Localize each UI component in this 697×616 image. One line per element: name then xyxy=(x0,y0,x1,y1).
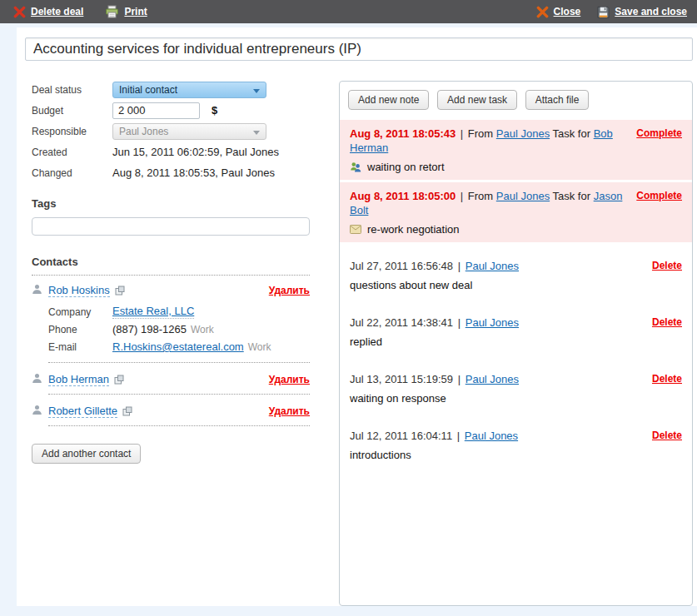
tags-input[interactable] xyxy=(32,217,310,236)
budget-row: Budget $ xyxy=(32,100,310,121)
created-row: Created Jun 15, 2011 06:02:59, Paul Jone… xyxy=(32,142,310,162)
note-text: introductions xyxy=(350,449,411,461)
save-and-close-link[interactable]: Save and close xyxy=(615,6,687,17)
changed-value: Aug 8, 2011 18:05:53, Paul Jones xyxy=(112,166,275,179)
note-text: replied xyxy=(350,335,382,348)
add-new-note-button[interactable]: Add new note xyxy=(348,90,429,110)
save-icon[interactable] xyxy=(597,6,610,18)
tags-heading: Tags xyxy=(32,197,310,210)
deal-status-dropdown[interactable]: Initial contact xyxy=(112,82,266,98)
attach-file-button[interactable]: Attach file xyxy=(525,90,590,110)
toolbar-left-group: Delete deal Print xyxy=(13,5,164,18)
note-row: Delete Jul 13, 2011 15:19:59 | Paul Jone… xyxy=(340,365,692,411)
contact-card: Robert Gillette Удалить xyxy=(32,396,310,428)
dotted-separator xyxy=(48,394,310,395)
budget-input[interactable] xyxy=(112,102,200,119)
responsible-value: Paul Jones xyxy=(119,126,168,137)
task-author-link[interactable]: Paul Jones xyxy=(496,127,550,140)
close-icon[interactable] xyxy=(536,6,549,18)
task-for-label: Task for xyxy=(553,190,591,202)
company-link[interactable]: Estate Real, LLC xyxy=(112,305,194,317)
contact-name-link[interactable]: Rob Hoskins xyxy=(48,284,110,297)
phone-value: (887) 198-1265 xyxy=(112,323,187,335)
separator: | xyxy=(461,190,463,202)
email-link[interactable]: R.Hoskins@estatereal.com xyxy=(112,340,244,353)
close-link[interactable]: Close xyxy=(554,6,581,17)
contact-name-link[interactable]: Bob Herman xyxy=(48,373,109,386)
deal-status-label: Deal status xyxy=(32,84,112,96)
responsible-dropdown[interactable]: Paul Jones xyxy=(112,123,266,140)
note-timestamp: Jul 27, 2011 16:56:48 xyxy=(350,260,453,272)
add-new-task-button[interactable]: Add new task xyxy=(437,90,517,110)
task-text: re-work negotiation xyxy=(367,223,460,236)
contact-card: Bob Herman Удалить xyxy=(32,365,310,396)
note-delete-link[interactable]: Delete xyxy=(652,259,682,273)
phone-type: Work xyxy=(191,324,214,335)
phone-label: Phone xyxy=(48,324,112,335)
task-complete-link[interactable]: Complete xyxy=(636,127,682,141)
deal-status-value: Initial contact xyxy=(119,84,177,96)
note-timestamp: Jul 12, 2011 16:04:11 xyxy=(350,430,452,442)
open-contact-card-icon[interactable] xyxy=(114,375,124,385)
delete-deal-link[interactable]: Delete deal xyxy=(31,6,83,17)
created-label: Created xyxy=(32,147,112,158)
responsible-label: Responsible xyxy=(32,126,112,137)
contact-remove-link[interactable]: Удалить xyxy=(269,374,310,385)
note-author-link[interactable]: Paul Jones xyxy=(465,316,519,329)
email-row: E-mail R.Hoskins@estatereal.com Work xyxy=(48,338,310,355)
currency-symbol: $ xyxy=(212,104,217,117)
phone-row: Phone (887) 198-1265 Work xyxy=(48,320,310,338)
task-text: waiting on retort xyxy=(367,161,445,173)
note-timestamp: Jul 22, 2011 14:38:41 xyxy=(350,316,453,329)
task-timestamp: Aug 8, 2011 18:05:00 xyxy=(350,190,456,202)
contact-card: Rob Hoskins Удалить Company Estate Real,… xyxy=(32,276,310,365)
note-delete-link[interactable]: Delete xyxy=(652,429,682,443)
person-icon xyxy=(32,284,42,297)
person-icon xyxy=(32,373,42,386)
note-delete-link[interactable]: Delete xyxy=(652,372,682,386)
task-author-link[interactable]: Paul Jones xyxy=(496,190,550,202)
dotted-separator xyxy=(48,362,310,363)
from-label: From xyxy=(468,190,493,202)
deal-form: Deal status Initial contact Budget $ Res… xyxy=(32,79,310,464)
print-icon[interactable] xyxy=(105,5,119,18)
tags-section: Tags xyxy=(32,197,310,236)
note-author-link[interactable]: Paul Jones xyxy=(465,430,518,442)
note-row: Delete Jul 12, 2011 16:04:11 | Paul Jone… xyxy=(340,422,692,468)
contact-remove-link[interactable]: Удалить xyxy=(269,405,310,417)
top-toolbar: Delete deal Print Close Sav xyxy=(0,0,697,23)
contacts-heading: Contacts xyxy=(32,256,310,268)
note-row: Delete Jul 27, 2011 16:56:48 | Paul Jone… xyxy=(340,252,692,298)
changed-row: Changed Aug 8, 2011 18:05:53, Paul Jones xyxy=(32,162,310,183)
responsible-row: Responsible Paul Jones xyxy=(32,121,310,142)
separator: | xyxy=(461,127,463,140)
note-delete-link[interactable]: Delete xyxy=(652,315,682,330)
open-contact-card-icon[interactable] xyxy=(115,286,125,296)
note-text: questions about new deal xyxy=(350,279,472,291)
note-author-link[interactable]: Paul Jones xyxy=(465,373,519,385)
changed-label: Changed xyxy=(32,167,112,179)
email-label: E-mail xyxy=(48,341,112,353)
spacer xyxy=(340,245,692,252)
deal-status-row: Deal status Initial contact xyxy=(32,79,310,100)
contact-name-link[interactable]: Robert Gillette xyxy=(48,405,117,418)
note-row: Delete Jul 22, 2011 14:38:41 | Paul Jone… xyxy=(340,309,692,355)
meeting-icon xyxy=(350,161,361,173)
note-text: waiting on response xyxy=(350,392,446,405)
contact-details: Company Estate Real, LLC Phone (887) 198… xyxy=(48,303,310,355)
separator: | xyxy=(458,373,461,385)
deal-title-input[interactable] xyxy=(25,37,693,61)
note-author-link[interactable]: Paul Jones xyxy=(465,260,519,272)
letter-icon xyxy=(350,225,361,234)
separator: | xyxy=(457,430,460,442)
contact-remove-link[interactable]: Удалить xyxy=(269,285,310,296)
separator: | xyxy=(458,260,461,272)
delete-deal-icon[interactable] xyxy=(13,6,26,18)
open-contact-card-icon[interactable] xyxy=(122,406,132,416)
person-icon xyxy=(32,405,42,418)
task-row: Complete Aug 8, 2011 18:05:00 | From Pau… xyxy=(340,182,692,242)
add-another-contact-button[interactable]: Add another contact xyxy=(32,444,141,464)
print-link[interactable]: Print xyxy=(124,6,147,17)
separator: | xyxy=(458,316,461,329)
task-complete-link[interactable]: Complete xyxy=(636,189,682,203)
